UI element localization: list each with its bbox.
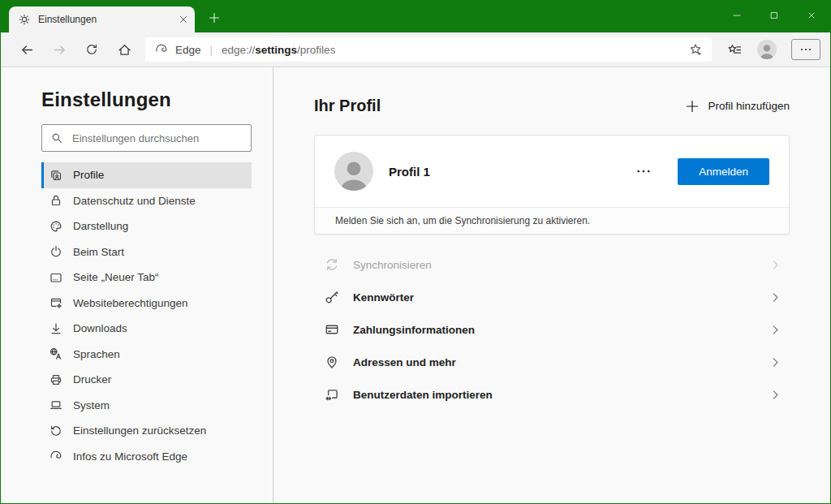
close-icon [807,11,816,19]
close-button[interactable] [793,1,830,30]
sidebar-item-drucker[interactable]: Drucker [41,367,252,393]
add-profile-button[interactable]: Profil hinzufügen [686,100,790,113]
edge-logo-icon [50,450,62,463]
browser-window: Einstellungen [0,0,831,504]
home-icon [118,43,131,57]
tab-bar: Einstellungen [1,1,830,32]
maximize-button[interactable] [756,1,793,30]
edge-swirl-icon [155,43,168,56]
gear-icon [19,14,30,25]
home-button[interactable] [108,36,140,63]
list-item-kennw-rter[interactable]: Kennwörter [314,281,790,313]
back-button[interactable] [11,36,43,63]
sync-icon [325,257,339,272]
tab-title: Einstellungen [38,14,174,25]
address-separator: | [210,44,213,56]
back-arrow-icon [20,43,34,57]
list-item-zahlungsinformationen[interactable]: Zahlungsinformationen [314,313,790,346]
new-tab-page-icon [50,271,62,284]
profile-name: Profil 1 [389,165,430,179]
printer-icon [50,373,62,386]
sidebar-item-datenschutz-und-dienste[interactable]: Datenschutz und Dienste [41,188,252,214]
chevron-right-icon [769,389,781,401]
sidebar-nav: Profile Datenschutz und Dienste Darstell… [41,162,252,469]
add-profile-label: Profil hinzufügen [708,100,790,112]
sidebar-item-beim-start[interactable]: Beim Start [41,239,252,265]
url-text: edge://settings/profiles [222,44,335,56]
download-icon [50,322,62,335]
key-icon [325,290,339,304]
settings-search-box[interactable] [41,124,252,152]
plus-icon [686,100,699,113]
sidebar-item-darstellung[interactable]: Darstellung [41,213,252,239]
main-header: Ihr Profil Profil hinzufügen [314,97,790,115]
search-input[interactable] [71,131,242,145]
new-tab-button[interactable] [203,6,226,29]
reset-icon [50,424,62,437]
minimize-icon [733,11,741,19]
navigation-toolbar: Edge | edge://settings/profiles [1,32,830,67]
chevron-right-icon [769,356,781,368]
profile-card: Profil 1 Anmelden Melden Sie sich an, um… [314,135,790,235]
ellipsis-icon [799,43,812,56]
sign-in-button[interactable]: Anmelden [678,158,769,185]
tab-close-icon[interactable] [179,15,188,24]
settings-more-button[interactable] [791,39,820,60]
favorites-star-list-icon [728,43,742,57]
list-item-synchronisieren[interactable]: Synchronisieren [314,248,790,281]
palette-icon [50,220,62,233]
avatar-icon [757,40,777,59]
favorites-button[interactable] [718,36,751,63]
sidebar-item-infos-zu-microsoft-edge[interactable]: Infos zu Microsoft Edge [41,444,252,470]
power-icon [50,245,62,258]
list-item-benutzerdaten-importieren[interactable]: Benutzerdaten importieren [314,378,790,411]
languages-icon [50,347,62,360]
sidebar-title: Einstellungen [41,88,252,111]
minimize-button[interactable] [718,1,756,30]
credit-card-icon [325,322,339,337]
plus-icon [209,12,220,24]
chevron-right-icon [769,291,781,304]
refresh-button[interactable] [75,36,108,63]
maximize-icon [770,11,778,19]
location-pin-icon [325,355,339,369]
profile-options-list: Synchronisieren Kennwörter Zahlungsinfor… [314,248,790,411]
refresh-icon [85,43,98,56]
profile-avatar [334,152,373,191]
laptop-icon [50,398,62,411]
sync-hint-text: Melden Sie sich an, um die Synchronisier… [315,207,789,234]
chevron-right-icon [769,259,781,271]
lock-icon [50,194,62,207]
site-permissions-icon [50,296,62,309]
sidebar-item-sprachen[interactable]: Sprachen [41,342,252,368]
window-controls [718,1,830,30]
sidebar-item-profile[interactable]: Profile [41,162,252,188]
add-favorite-star-icon[interactable] [689,43,702,56]
sidebar-item-system[interactable]: System [41,393,252,419]
forward-button[interactable] [43,36,75,63]
sidebar-item-downloads[interactable]: Downloads [41,316,252,342]
profile-toolbar-button[interactable] [751,36,783,63]
profile-more-icon[interactable] [635,163,652,179]
import-data-icon [325,387,339,402]
sidebar-item-seite-neuer-tab[interactable]: Seite „Neuer Tab“ [41,265,252,291]
chevron-right-icon [769,324,781,336]
list-item-adressen-und-mehr[interactable]: Adressen und mehr [314,346,790,378]
address-bar[interactable]: Edge | edge://settings/profiles [145,37,712,62]
profile-settings-main: Ihr Profil Profil hinzufügen Profil 1 An… [273,67,830,503]
tab-einstellungen[interactable]: Einstellungen [9,6,195,32]
page-title: Ihr Profil [314,97,381,115]
sidebar-item-websiteberechtigungen[interactable]: Websiteberechtigungen [41,291,252,317]
profile-card-body: Profil 1 Anmelden [315,136,789,207]
forward-arrow-icon [53,43,67,57]
search-icon [51,132,62,144]
settings-sidebar: Einstellungen Profile Datenschutz und Di… [1,67,273,503]
sidebar-item-einstellungen-zur-cksetzen[interactable]: Einstellungen zurücksetzen [41,418,252,444]
page-body: Einstellungen Profile Datenschutz und Di… [1,67,830,503]
profile-card-icon [50,169,62,182]
site-name: Edge [175,44,201,56]
